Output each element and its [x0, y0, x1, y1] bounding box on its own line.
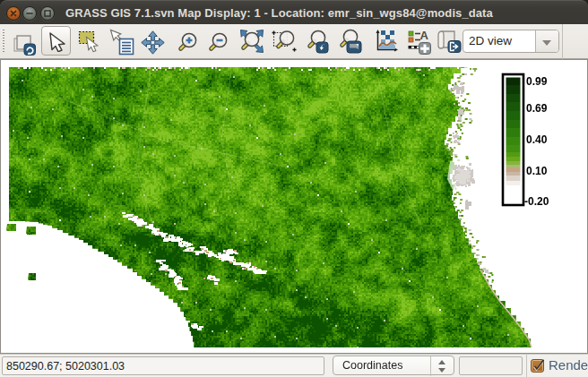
svg-text:A: A: [420, 29, 429, 42]
svg-text:-0.20: -0.20: [524, 195, 549, 208]
svg-text:0.40: 0.40: [526, 133, 548, 146]
svg-text:0.10: 0.10: [526, 165, 548, 177]
svg-text:0.69: 0.69: [526, 102, 548, 115]
svg-text:0.99: 0.99: [526, 75, 548, 88]
